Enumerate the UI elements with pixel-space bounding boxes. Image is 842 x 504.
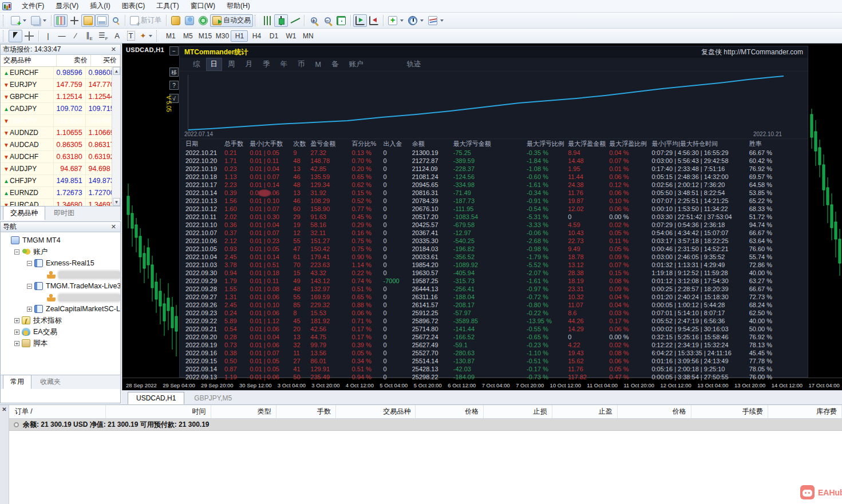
periods-button[interactable] [406,14,426,27]
stats-row[interactable]: 2022.09.13 1.19 0.01 | 0.06 50 235.49 0.… [184,373,812,381]
overlay-menu-item[interactable]: 年 [276,58,292,70]
terminal-column[interactable]: 交易品种 [336,405,416,418]
close-icon[interactable]: ✕ [1,406,8,413]
stats-row[interactable]: 2022.10.10 0.36 0.01 | 0.04 19 58.16 0.2… [184,221,812,229]
expand-toggle-icon[interactable] [14,318,19,323]
navigator-tree-item[interactable] [1,269,120,280]
navigator-tree-item[interactable] [1,292,120,303]
navigator-tree-item[interactable]: EA交易 [1,326,120,338]
stats-row[interactable]: 2022.10.19 0.23 0.01 | 0.04 13 42.85 0.2… [184,165,812,173]
indicators-button[interactable] [386,14,406,27]
terminal-column[interactable]: 时间 [106,405,211,418]
terminal-column[interactable]: 手数 [276,405,336,418]
expand-toggle-icon[interactable] [27,284,32,289]
menu-item[interactable]: 窗口(W) [185,0,221,11]
scroll-down-icon[interactable]: ▼ [113,198,120,206]
toolbar-grip[interactable] [3,30,7,42]
community-button[interactable] [183,14,196,27]
stats-row[interactable]: 2022.10.03 3.78 0.01 | 0.51 70 223.63 1.… [184,261,812,269]
stats-row[interactable]: 2022.09.26 2.45 0.01 | 0.10 85 229.32 0.… [184,301,812,309]
overlay-menu-item[interactable]: 备 [327,58,343,70]
stats-row[interactable]: 2022.10.17 2.23 0.01 | 0.14 48 129.34 0.… [184,181,812,189]
stats-row[interactable]: 2022.10.04 2.45 0.01 | 0.14 61 179.41 0.… [184,253,812,261]
stats-row[interactable]: 2022.09.20 0.28 0.01 | 0.04 13 44.75 0.1… [184,333,812,341]
stats-row[interactable]: 2022.10.06 2.12 0.01 | 0.23 55 151.27 0.… [184,237,812,245]
quote-row[interactable]: AUDJPY 94.687 94.698 [1,163,113,175]
navigator-tree-item[interactable]: Exness-Real15 [1,257,120,269]
overlay-menu-item[interactable]: 日 [207,58,222,70]
stats-row[interactable]: 2022.10.07 0.37 0.01 | 0.07 12 32.11 0.1… [184,229,812,237]
stats-row[interactable]: 2022.09.23 0.24 0.01 | 0.06 8 15.53 0.06… [184,309,812,317]
market-watch-scrollbar[interactable]: ▲ ▼ [112,67,120,206]
quote-row[interactable]: AUDCAD 0.86305 0.86317 [1,139,113,151]
fibonacci-button[interactable]: ☰F [96,30,110,42]
navigator-tree-item[interactable]: 脚本 [1,338,120,349]
menu-item[interactable]: 帮助(H) [221,0,256,11]
terminal-column[interactable]: 止盈 [552,405,618,418]
timeframe-button[interactable]: H1 [231,30,248,42]
quote-row[interactable]: EURNZD 1.72673 1.72700 [1,187,113,199]
stats-row[interactable]: 2022.10.05 0.93 0.01 | 0.05 47 150.42 0.… [184,245,812,253]
market-watch-tab[interactable]: 交易品种 [3,206,45,220]
overlay-side-button[interactable]: − [169,46,179,55]
stats-row[interactable]: 2022.10.13 1.56 0.01 | 0.10 46 108.29 0.… [184,197,812,205]
quote-row[interactable]: EURJPY 147.759 147.770 [1,79,113,91]
expand-toggle-icon[interactable] [14,249,19,255]
navigator-tree-item[interactable]: TMGM.TradeMax-Live3 [1,280,120,292]
text-button[interactable]: A [110,30,124,42]
navigator-tab[interactable]: 常用 [3,375,31,389]
crosshair-button[interactable] [22,30,36,42]
overlay-menu-item[interactable]: 轨迹 [402,58,425,70]
stats-row[interactable]: 2022.09.30 0.94 0.01 | 0.18 15 43.32 0.2… [184,269,812,277]
zoom-out-button[interactable]: − [321,14,334,27]
close-icon[interactable]: ✕ [109,223,118,231]
mtcommander-overlay[interactable]: −移?√ V 5.05 MTCommander统计 复盘侠 http://MTC… [179,46,808,378]
stats-row[interactable]: 2022.10.21 0.21 0.01 | 0.05 9 27.32 0.13… [184,149,812,157]
toolbar-grip[interactable] [3,15,7,26]
terminal-toggle[interactable] [95,14,109,27]
column-ask[interactable]: 买价 [90,55,120,66]
navigator-toggle[interactable] [81,14,95,27]
quote-row[interactable]: EURCAD 1.34680 1.34693 [1,199,113,206]
quote-row[interactable]: EURCHF 0.98596 0.98608 [1,67,113,79]
stats-row[interactable]: 2022.09.28 1.55 0.01 | 0.08 48 132.97 0.… [184,285,812,293]
overlay-side-button[interactable]: ? [169,81,179,90]
stats-row[interactable]: 2022.10.18 1.13 0.01 | 0.07 46 135.59 0.… [184,173,812,181]
navigator-tree-item[interactable]: ZealCapitalMarketSC-Li [1,303,120,315]
zoom-in-button[interactable]: + [307,14,321,27]
autotrading-button[interactable]: 自动交易 [210,14,253,27]
terminal-column[interactable]: 手续费 [691,405,768,418]
stats-row[interactable]: 2022.09.19 0.73 0.01 | 0.06 32 99.79 0.3… [184,341,812,349]
stats-row[interactable]: 2022.10.11 2.02 0.01 | 0.30 29 91.63 0.4… [184,213,812,221]
stats-row[interactable]: 2022.09.29 1.79 0.01 | 0.11 49 143.12 0.… [184,277,812,285]
overlay-menu-item[interactable]: 综 [189,58,204,70]
horizontal-line-button[interactable]: — [55,30,69,42]
stats-row[interactable]: 2022.10.20 1.71 0.01 | 0.11 48 148.78 0.… [184,157,812,165]
overlay-menu-item[interactable]: 币 [294,58,309,70]
menu-item[interactable]: 图表(C) [116,0,151,11]
quote-row[interactable]: AUDCHF 0.63180 0.63192 [1,151,113,163]
navigator-tree-item[interactable]: 账户 [1,246,120,257]
stats-row[interactable]: 2022.09.21 0.54 0.01 | 0.06 20 42.56 0.1… [184,325,812,333]
quote-row[interactable]: CADJPY 109.702 109.715 [1,103,113,115]
overlay-side-button[interactable]: 移 [169,68,179,77]
signals-button[interactable] [196,14,210,27]
text-label-button[interactable]: T [124,30,138,42]
trendline-button[interactable]: ∕ [69,30,82,42]
stats-row[interactable]: 2022.10.14 0.39 0.01 | 0.06 13 31.92 0.1… [184,189,812,197]
terminal-column[interactable]: 库存费 [768,405,842,418]
quote-row[interactable]: GBPJPY 168.623 168.647 [1,115,113,127]
quote-row[interactable]: AUDNZD 1.10655 1.10669 [1,127,113,139]
vertical-line-button[interactable]: | [41,30,55,42]
close-icon[interactable]: ✕ [109,46,118,53]
overlay-menu-item[interactable]: 季 [259,58,274,70]
terminal-column[interactable]: 类型 [211,405,276,418]
metaeditor-button[interactable] [169,14,183,27]
stats-row[interactable]: 2022.09.22 5.89 0.01 | 1.12 45 181.92 0.… [184,317,812,325]
menu-item[interactable]: 插入(I) [84,0,116,11]
toolbar-grip[interactable] [255,15,259,26]
candlestick-button[interactable] [274,14,288,27]
arrows-button[interactable]: ✦ [138,30,155,42]
terminal-column[interactable]: 止损 [484,405,552,418]
new-order-button[interactable]: 新订单 [128,14,164,27]
